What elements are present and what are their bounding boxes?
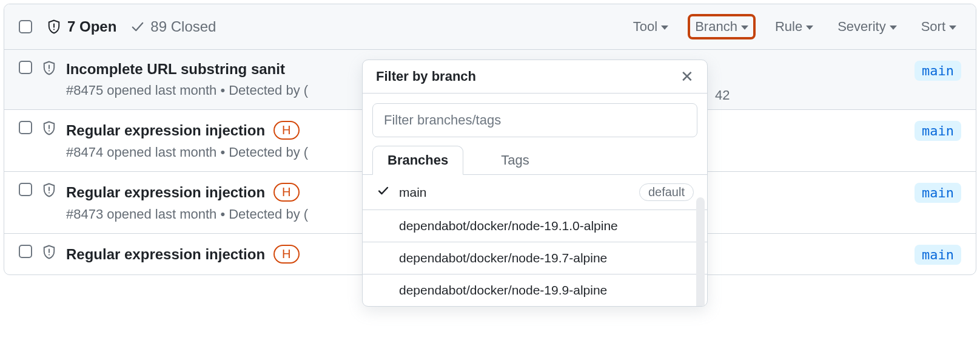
filter-sort[interactable]: Sort bbox=[916, 15, 961, 38]
closed-count-text: 89 Closed bbox=[150, 18, 216, 35]
tab-branches[interactable]: Branches bbox=[372, 146, 463, 175]
filter-branch[interactable]: Branch bbox=[688, 14, 756, 39]
open-alerts-tab[interactable]: 7 Open bbox=[47, 18, 116, 35]
shield-alert-icon bbox=[42, 245, 56, 259]
chevron-down-icon bbox=[806, 26, 813, 30]
alert-checkbox[interactable] bbox=[19, 183, 32, 196]
branch-list: maindefaultdependabot/docker/node-19.1.0… bbox=[363, 174, 707, 306]
chevron-down-icon bbox=[949, 26, 956, 30]
branch-badge[interactable]: main bbox=[915, 61, 961, 81]
branch-name: dependabot/docker/node-19.9-alpine bbox=[399, 283, 694, 298]
branch-item[interactable]: dependabot/docker/node-19.1.0-alpine bbox=[363, 210, 707, 242]
branch-item[interactable]: dependabot/docker/node-19.7-alpine bbox=[363, 242, 707, 274]
filter-tool[interactable]: Tool bbox=[628, 15, 673, 38]
shield-alert-icon bbox=[47, 19, 61, 34]
branch-name: dependabot/docker/node-19.7-alpine bbox=[399, 251, 694, 265]
closed-alerts-tab[interactable]: 89 Closed bbox=[131, 18, 216, 35]
check-icon bbox=[131, 20, 144, 33]
tab-tags[interactable]: Tags bbox=[486, 146, 543, 174]
select-all-checkbox[interactable] bbox=[19, 20, 32, 33]
branch-item[interactable]: maindefault bbox=[363, 175, 707, 210]
alert-title[interactable]: Regular expression injection bbox=[66, 184, 265, 201]
filter-severity[interactable]: Severity bbox=[833, 15, 901, 38]
svg-point-3 bbox=[49, 70, 50, 71]
shield-alert-icon bbox=[42, 183, 56, 197]
severity-badge: H bbox=[274, 245, 299, 264]
chevron-down-icon bbox=[661, 26, 668, 30]
branch-name: main bbox=[399, 185, 631, 200]
svg-point-7 bbox=[49, 192, 50, 193]
branch-item[interactable]: dependabot/docker/node-19.9-alpine bbox=[363, 274, 707, 306]
default-badge: default bbox=[639, 183, 694, 201]
alert-title[interactable]: Incomplete URL substring sanit bbox=[66, 61, 285, 78]
check-icon bbox=[376, 185, 391, 200]
scrollbar[interactable] bbox=[696, 197, 705, 307]
branch-name: dependabot/docker/node-19.1.0-alpine bbox=[399, 219, 694, 233]
svg-point-1 bbox=[53, 29, 55, 30]
branch-badge[interactable]: main bbox=[915, 183, 961, 203]
alert-title[interactable]: Regular expression injection bbox=[66, 122, 265, 139]
svg-point-9 bbox=[49, 254, 50, 255]
alert-title[interactable]: Regular expression injection bbox=[66, 246, 265, 263]
severity-badge: H bbox=[274, 183, 299, 202]
dropdown-title: Filter by branch bbox=[376, 69, 476, 84]
branch-badge[interactable]: main bbox=[915, 121, 961, 141]
branch-filter-dropdown: Filter by branch ✕ Branches Tags maindef… bbox=[362, 60, 708, 307]
chevron-down-icon bbox=[890, 26, 897, 30]
row-tail-number: 42 bbox=[715, 87, 730, 103]
open-count-text: 7 Open bbox=[67, 18, 116, 35]
branch-badge[interactable]: main bbox=[915, 245, 961, 265]
branch-filter-input[interactable] bbox=[372, 103, 697, 137]
chevron-down-icon bbox=[741, 26, 748, 30]
svg-point-5 bbox=[49, 130, 50, 131]
alert-checkbox[interactable] bbox=[19, 61, 32, 74]
alert-checkbox[interactable] bbox=[19, 121, 32, 134]
dropdown-tabs: Branches Tags bbox=[372, 146, 697, 174]
severity-badge: H bbox=[274, 121, 299, 140]
filter-rule[interactable]: Rule bbox=[770, 15, 818, 38]
alerts-header: 7 Open 89 Closed Tool Branch Rule Severi… bbox=[4, 4, 976, 50]
close-icon[interactable]: ✕ bbox=[680, 69, 694, 84]
shield-alert-icon bbox=[42, 61, 56, 75]
alert-checkbox[interactable] bbox=[19, 245, 32, 258]
shield-alert-icon bbox=[42, 121, 56, 135]
